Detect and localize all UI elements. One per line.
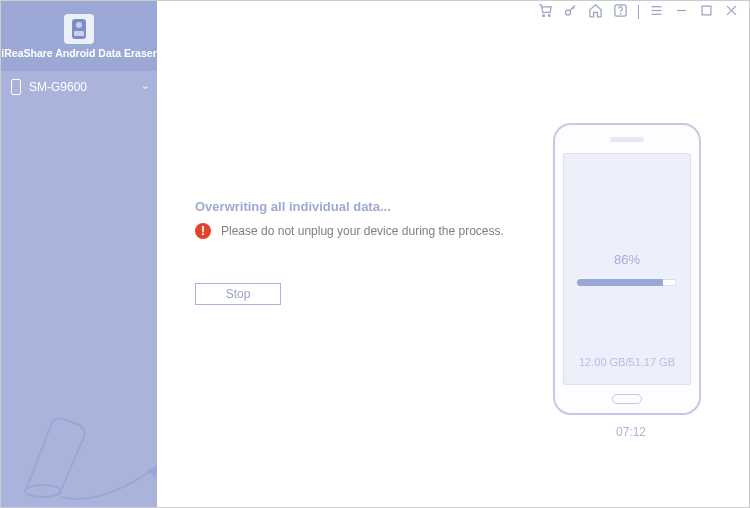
- close-icon[interactable]: [724, 3, 739, 21]
- warning-icon: !: [195, 223, 211, 239]
- help-icon[interactable]: [613, 3, 628, 21]
- stop-button-label: Stop: [226, 287, 251, 301]
- titlebar-divider: [638, 5, 639, 19]
- minimize-icon[interactable]: [674, 3, 689, 21]
- sidebar-device-item[interactable]: SM-G9600 ›: [1, 71, 157, 103]
- svg-point-12: [25, 485, 61, 497]
- phone-screen: 86% 12.00 GB/51.17 GB: [563, 153, 691, 385]
- svg-rect-9: [702, 6, 711, 15]
- progress-percent: 86%: [614, 252, 640, 267]
- phone-icon: [11, 79, 21, 95]
- maximize-icon[interactable]: [699, 3, 714, 21]
- svg-point-4: [620, 13, 621, 14]
- warning-row: ! Please do not unplug your device durin…: [195, 223, 504, 239]
- progress-fill: [577, 279, 663, 286]
- stop-button[interactable]: Stop: [195, 283, 281, 305]
- svg-point-0: [543, 15, 545, 17]
- chevron-down-icon: ›: [140, 85, 151, 88]
- sidebar: iReaShare Android Data Eraser SM-G9600 ›: [1, 1, 157, 507]
- phone-preview: 86% 12.00 GB/51.17 GB: [553, 123, 701, 415]
- key-icon[interactable]: [563, 3, 578, 21]
- phone-bottom: [555, 385, 699, 413]
- app-name: iReaShare Android Data Eraser: [1, 47, 156, 59]
- device-name: SM-G9600: [29, 80, 87, 94]
- eraser-decoration: [1, 377, 157, 507]
- svg-point-1: [548, 15, 550, 17]
- elapsed-time: 07:12: [616, 425, 646, 439]
- status-title: Overwriting all individual data...: [195, 199, 391, 214]
- warning-text: Please do not unplug your device during …: [221, 224, 504, 238]
- cart-icon[interactable]: [538, 3, 553, 21]
- app-logo-icon: [64, 14, 94, 44]
- storage-label: 12.00 GB/51.17 GB: [579, 356, 675, 368]
- phone-home-button: [612, 394, 642, 404]
- home-icon[interactable]: [588, 3, 603, 21]
- main-content: Overwriting all individual data... ! Ple…: [157, 23, 749, 507]
- phone-top: [555, 125, 699, 153]
- sidebar-header: iReaShare Android Data Eraser: [1, 1, 157, 71]
- svg-point-2: [566, 10, 571, 15]
- phone-speaker: [610, 137, 644, 142]
- menu-icon[interactable]: [649, 3, 664, 21]
- progress-bar: [577, 279, 677, 286]
